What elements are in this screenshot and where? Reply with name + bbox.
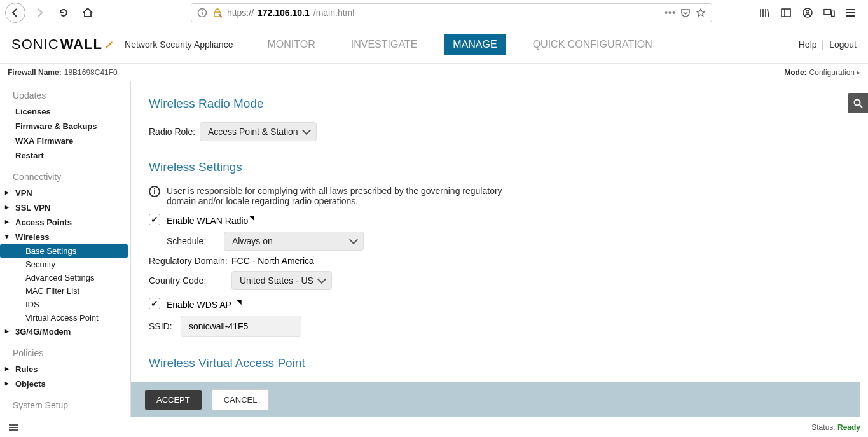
- sidebar-sub-base-settings[interactable]: Base Settings: [0, 244, 128, 258]
- sidebar-scroll[interactable]: Updates Licenses Firmware & Backups WXA …: [0, 81, 130, 417]
- info-text: User is responsible for complying with a…: [167, 186, 505, 206]
- cancel-button[interactable]: CANCEL: [212, 389, 270, 410]
- sidebar-item-wxa[interactable]: WXA Firmware: [0, 134, 130, 148]
- enable-wds-label: Enable WDS AP: [167, 300, 231, 310]
- info-icon[interactable]: [196, 7, 208, 18]
- info-box: i User is responsible for complying with…: [149, 186, 505, 206]
- logout-link[interactable]: Logout: [829, 39, 857, 50]
- svg-rect-8: [824, 9, 831, 14]
- section-wireless-vap: Wireless Virtual Access Point: [149, 356, 850, 370]
- sidebar-item-objects[interactable]: Objects: [0, 377, 130, 391]
- status-value: Ready: [837, 423, 860, 432]
- sidebar-sub-vap[interactable]: Virtual Access Point: [0, 311, 130, 324]
- action-bar: ACCEPT CANCEL: [131, 382, 860, 417]
- sidebar-item-restart[interactable]: Restart: [0, 148, 130, 163]
- library-icon[interactable]: [759, 7, 770, 18]
- content: Wireless Radio Mode Radio Role: Access P…: [131, 81, 868, 417]
- sidebar-item-access-points[interactable]: Access Points: [0, 215, 130, 230]
- divider: |: [822, 39, 825, 50]
- info-icon: i: [149, 186, 160, 197]
- sidebar-sub-security[interactable]: Security: [0, 258, 130, 271]
- section-wireless-settings: Wireless Settings: [149, 160, 850, 174]
- sidebar-section-connectivity: Connectivity: [0, 163, 130, 186]
- radio-role-select[interactable]: Access Point & Station: [200, 122, 317, 141]
- sidebar-item-rules[interactable]: Rules: [0, 362, 130, 377]
- brand-wall: WALL: [60, 36, 102, 53]
- schedule-label: Schedule:: [167, 236, 224, 246]
- sidebar-section-system: System Setup: [0, 391, 130, 414]
- sidebar-item-licenses[interactable]: Licenses: [0, 104, 130, 119]
- help-link[interactable]: Help: [799, 39, 817, 50]
- tab-quick-config[interactable]: QUICK CONFIGURATION: [524, 34, 661, 55]
- url-bar[interactable]: https://172.106.10.1/main.html •••: [191, 3, 712, 22]
- pocket-icon[interactable]: [680, 7, 691, 18]
- content-scroll[interactable]: Wireless Radio Mode Radio Role: Access P…: [131, 81, 868, 382]
- section-wireless-radio-mode: Wireless Radio Mode: [149, 97, 850, 111]
- sidebar: Updates Licenses Firmware & Backups WXA …: [0, 81, 131, 417]
- ssid-input[interactable]: sonicwall-41F5: [181, 316, 301, 337]
- svg-rect-2: [202, 12, 203, 15]
- sidebar-item-sslvpn[interactable]: SSL VPN: [0, 200, 130, 215]
- brand-sonic: SONIC: [11, 36, 59, 53]
- svg-point-1: [202, 10, 203, 11]
- sidebar-item-vpn[interactable]: VPN: [0, 186, 130, 200]
- mode-value[interactable]: Configuration: [809, 68, 855, 77]
- url-host: 172.106.10.1: [258, 8, 310, 18]
- country-code-select[interactable]: United States - US: [231, 271, 332, 290]
- sidebar-item-modem[interactable]: 3G/4G/Modem: [0, 324, 130, 339]
- status-label: Status:: [811, 423, 837, 432]
- sidebar-section-updates: Updates: [0, 81, 130, 104]
- url-path: /main.html: [313, 8, 355, 18]
- sidebar-section-policies: Policies: [0, 339, 130, 362]
- corner-icon: ◥: [237, 298, 242, 305]
- forward-button[interactable]: [29, 3, 50, 23]
- svg-point-7: [806, 10, 809, 13]
- regdomain-value: FCC - North America: [231, 256, 314, 266]
- reload-button[interactable]: [53, 3, 74, 23]
- corner-icon: ◥: [249, 214, 254, 221]
- country-code-label: Country Code:: [149, 275, 231, 286]
- ssid-label: SSID:: [149, 321, 181, 331]
- back-button[interactable]: [5, 3, 25, 23]
- regdomain-label: Regulatory Domain:: [149, 256, 231, 266]
- bookmark-star-icon[interactable]: [695, 7, 706, 18]
- app-header: SONICWALL⟋ Network Security Appliance MO…: [0, 25, 868, 64]
- sidebar-icon[interactable]: [780, 7, 792, 18]
- enable-wlan-label: Enable WLAN Radio: [167, 216, 248, 226]
- schedule-select[interactable]: Always on: [224, 232, 364, 251]
- brand-subtitle: Network Security Appliance: [125, 39, 233, 50]
- sidebar-sub-ids[interactable]: IDS: [0, 298, 130, 311]
- mode-label: Mode:: [784, 68, 806, 77]
- brand-swoosh-icon: ⟋: [102, 38, 116, 52]
- devices-icon[interactable]: [823, 7, 835, 18]
- firewall-name-label: Firewall Name:: [8, 68, 62, 77]
- enable-wds-checkbox[interactable]: [149, 298, 160, 309]
- accept-button[interactable]: ACCEPT: [145, 390, 202, 410]
- radio-role-value: Access Point & Station: [208, 127, 298, 137]
- firewall-name-value: 18B1698C41F0: [64, 68, 118, 77]
- lock-warning-icon[interactable]: [212, 7, 223, 18]
- svg-rect-9: [832, 11, 835, 16]
- page-actions-icon[interactable]: •••: [665, 7, 676, 18]
- footer: Status: Ready: [0, 417, 868, 437]
- enable-wlan-checkbox[interactable]: [149, 214, 160, 225]
- account-icon[interactable]: [802, 7, 813, 18]
- tab-investigate[interactable]: INVESTIGATE: [342, 34, 427, 55]
- home-button[interactable]: [78, 3, 98, 23]
- schedule-value: Always on: [232, 236, 273, 246]
- tab-manage[interactable]: MANAGE: [444, 34, 506, 55]
- sidebar-item-firmware[interactable]: Firmware & Backups: [0, 119, 130, 134]
- url-proto: https://: [227, 8, 254, 18]
- menu-icon[interactable]: [845, 7, 857, 18]
- sidebar-sub-mac-filter[interactable]: MAC Filter List: [0, 284, 130, 298]
- browser-toolbar: https://172.106.10.1/main.html •••: [0, 0, 868, 25]
- top-nav: MONITOR INVESTIGATE MANAGE QUICK CONFIGU…: [258, 34, 661, 55]
- chevron-right-icon[interactable]: ▸: [857, 69, 860, 76]
- svg-rect-4: [782, 9, 790, 17]
- brand-logo: SONICWALL⟋: [11, 36, 116, 53]
- sidebar-sub-advanced[interactable]: Advanced Settings: [0, 271, 130, 284]
- sidebar-item-wireless[interactable]: Wireless: [0, 230, 130, 244]
- radio-role-label: Radio Role:: [149, 127, 200, 137]
- tab-monitor[interactable]: MONITOR: [258, 34, 324, 55]
- hamburger-icon[interactable]: [8, 422, 19, 433]
